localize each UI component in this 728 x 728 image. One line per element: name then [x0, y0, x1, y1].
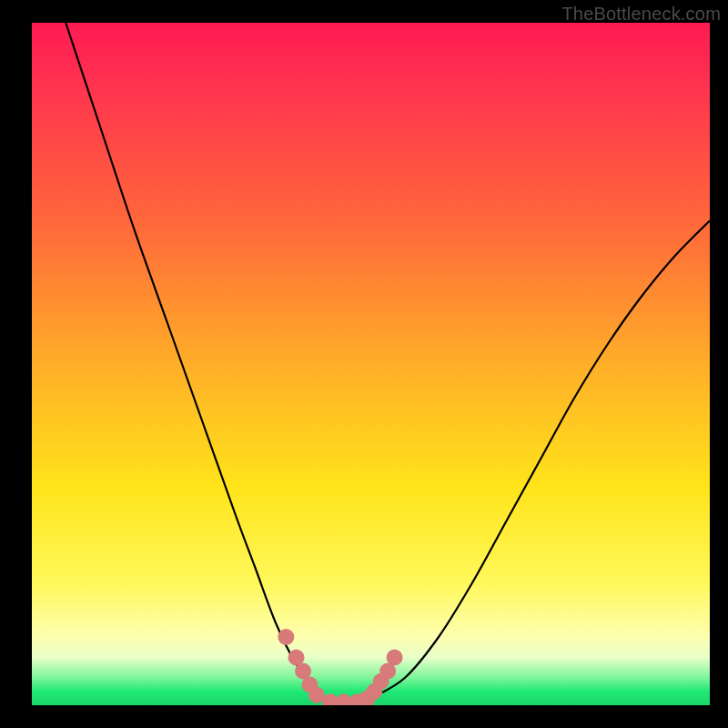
watermark-text: TheBottleneck.com: [561, 4, 721, 25]
chart-frame: TheBottleneck.com: [0, 0, 728, 728]
marker-point: [278, 629, 294, 645]
highlight-markers: [278, 629, 402, 705]
bottleneck-curve: [66, 23, 710, 705]
chart-svg: [32, 23, 710, 705]
marker-point: [387, 650, 403, 666]
plot-area: [32, 23, 710, 705]
